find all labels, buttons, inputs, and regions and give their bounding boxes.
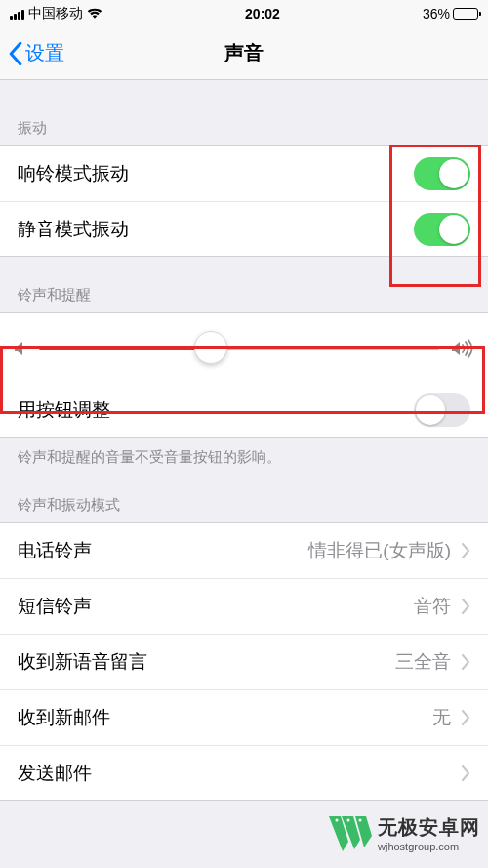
row-pattern-item[interactable]: 收到新邮件无	[0, 689, 488, 745]
svg-point-1	[347, 818, 350, 821]
nav-bar: 设置 声音	[0, 27, 488, 80]
watermark-logo-icon	[329, 816, 372, 851]
wifi-icon	[87, 8, 102, 20]
row-label: 静音模式振动	[18, 217, 129, 242]
section-header-patterns: 铃声和振动模式	[0, 467, 488, 522]
volume-low-icon	[14, 340, 27, 357]
toggle-vibrate-on-silent[interactable]	[414, 213, 470, 246]
row-label: 收到新语音留言	[18, 649, 147, 675]
section-header-ringtone: 铃声和提醒	[0, 257, 488, 312]
signal-bars-icon	[10, 8, 24, 20]
watermark-cn: 无极安卓网	[378, 814, 480, 841]
row-pattern-item[interactable]: 短信铃声音符	[0, 578, 488, 634]
page-title: 声音	[0, 40, 488, 66]
chevron-right-icon	[461, 543, 470, 558]
status-time: 20:02	[245, 6, 280, 21]
row-label: 用按钮调整	[18, 397, 110, 423]
row-vibrate-on-silent: 静音模式振动	[0, 201, 488, 257]
battery-icon	[453, 8, 478, 20]
row-pattern-item[interactable]: 发送邮件	[0, 745, 488, 801]
chevron-right-icon	[461, 599, 470, 614]
section-header-vibrate: 振动	[0, 80, 488, 145]
row-vibrate-on-ring: 响铃模式振动	[0, 145, 488, 201]
row-pattern-item[interactable]: 收到新语音留言三全音	[0, 634, 488, 689]
status-bar: 中国移动 20:02 36%	[0, 0, 488, 27]
slider-handle[interactable]	[194, 331, 227, 364]
volume-high-icon	[451, 339, 474, 358]
toggle-change-with-buttons[interactable]	[414, 393, 470, 427]
row-value: 三全音	[395, 649, 451, 675]
row-label: 收到新邮件	[18, 705, 110, 730]
watermark-url: wjhostgroup.com	[378, 841, 480, 852]
row-label: 电话铃声	[18, 538, 92, 563]
watermark-text: 无极安卓网 wjhostgroup.com	[378, 814, 480, 852]
volume-slider[interactable]	[39, 347, 439, 350]
watermark: 无极安卓网 wjhostgroup.com	[329, 814, 480, 852]
section-footer-ringtone: 铃声和提醒的音量不受音量按钮的影响。	[0, 438, 488, 467]
status-left: 中国移动	[10, 5, 102, 22]
row-value: 无	[432, 705, 451, 730]
svg-point-2	[359, 818, 362, 821]
battery-indicator: 36%	[423, 6, 478, 21]
row-change-with-buttons: 用按钮调整	[0, 383, 488, 438]
carrier-label: 中国移动	[28, 5, 83, 22]
toggle-vibrate-on-ring[interactable]	[414, 157, 470, 190]
row-volume-slider	[0, 312, 488, 383]
row-label: 发送邮件	[18, 761, 92, 786]
chevron-right-icon	[461, 654, 470, 670]
chevron-right-icon	[461, 765, 470, 781]
status-right: 36%	[423, 6, 478, 21]
row-label: 短信铃声	[18, 594, 92, 619]
svg-point-0	[336, 818, 339, 821]
row-value: 音符	[414, 594, 451, 619]
chevron-right-icon	[461, 710, 470, 725]
row-value: 情非得已(女声版)	[308, 538, 451, 563]
battery-pct-label: 36%	[423, 6, 450, 21]
row-pattern-item[interactable]: 电话铃声情非得已(女声版)	[0, 522, 488, 578]
row-label: 响铃模式振动	[18, 161, 129, 186]
